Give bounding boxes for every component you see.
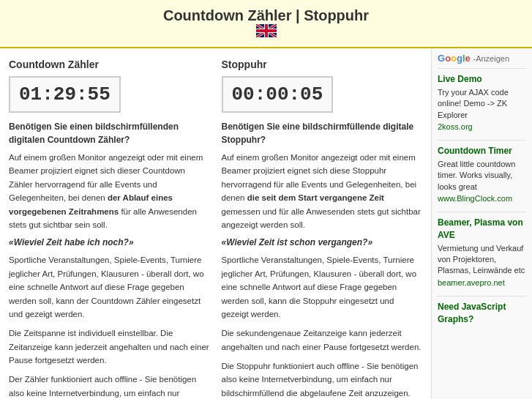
- stoppuhr-para2: Sportliche Veranstaltungen, Spiele-Event…: [222, 253, 423, 321]
- ad-link-3[interactable]: beamer.avepro.net: [438, 278, 505, 287]
- stoppuhr-timer: 00:00:05: [222, 76, 334, 113]
- content-area: Countdown Zähler 01:29:55 Benötigen Sie …: [0, 48, 431, 399]
- stoppuhr-quote: «Wieviel Zeit ist schon vergangen?»: [222, 237, 423, 247]
- ad-title-4[interactable]: Need JavaScript Graphs?: [438, 301, 526, 326]
- countdown-question: Benötigen Sie einen bildschirmfüllenden …: [9, 120, 210, 146]
- main-layout: Countdown Zähler 01:29:55 Benötigen Sie …: [0, 48, 532, 399]
- stoppuhr-para1: Auf einem großen Monitor angezeigt oder …: [222, 151, 423, 231]
- countdown-timer: 01:29:55: [9, 76, 121, 113]
- google-ads-label: Google -Anzeigen: [438, 53, 526, 64]
- ad-title-2[interactable]: Countdown Timer: [438, 145, 526, 157]
- ad-title-3[interactable]: Beamer, Plasma von AVE: [438, 217, 526, 242]
- ad-block-2: Countdown Timer Great little countdown t…: [438, 140, 526, 203]
- ad-block-4: Need JavaScript Graphs?: [438, 296, 526, 326]
- countdown-para3: Die Zeitspanne ist individuell einstellb…: [9, 327, 210, 367]
- svg-rect-8: [256, 29, 277, 32]
- countdown-quote: «Wieviel Zeit habe ich noch?»: [9, 237, 210, 247]
- countdown-title: Countdown Zähler: [9, 59, 210, 70]
- google-brand: Google: [438, 53, 473, 64]
- countdown-column: Countdown Zähler 01:29:55 Benötigen Sie …: [6, 56, 213, 399]
- anzeigen-label: -Anzeigen: [473, 54, 509, 63]
- stoppuhr-para4: Die Stoppuhr funktioniert auch offline -…: [222, 359, 423, 399]
- sidebar: Google -Anzeigen Live Demo Try your AJAX…: [431, 48, 532, 399]
- ad-text-1: Try your AJAX code online! Demo -> ZK Ex…: [438, 87, 526, 121]
- ad-title-1[interactable]: Live Demo: [438, 73, 526, 86]
- countdown-para4: Der Zähler funktioniert auch offline - S…: [9, 373, 210, 399]
- countdown-para2: Sportliche Veranstaltungen, Spiele-Event…: [9, 253, 210, 321]
- stoppuhr-para3: Die sekundengenaue Zeitanzeige kann jede…: [222, 327, 423, 354]
- ad-link-2[interactable]: www.BlingClock.com: [438, 194, 512, 203]
- ad-link-1[interactable]: 2koss.org: [438, 122, 473, 131]
- page-header: Countdown Zähler | Stoppuhr: [0, 0, 532, 48]
- stoppuhr-title: Stoppuhr: [222, 59, 423, 70]
- ad-block-1: Live Demo Try your AJAX code online! Dem…: [438, 68, 526, 131]
- countdown-para1: Auf einem großen Monitor angezeigt oder …: [9, 151, 210, 231]
- ad-text-2: Great little countdown timer. Works visu…: [438, 159, 526, 193]
- stoppuhr-column: Stoppuhr 00:00:05 Benötigen Sie eine bil…: [219, 56, 426, 399]
- stoppuhr-question: Benötigen Sie eine bildschirmfüllende di…: [222, 120, 423, 146]
- ad-block-3: Beamer, Plasma von AVE Vermietung und Ve…: [438, 212, 526, 287]
- page-title: Countdown Zähler | Stoppuhr: [0, 7, 532, 24]
- flag-icon[interactable]: [256, 24, 277, 37]
- countdown-para1-text: Auf einem großen Monitor angezeigt oder …: [9, 153, 203, 202]
- ad-text-3: Vermietung und Verkauf von Projektoren, …: [438, 243, 526, 277]
